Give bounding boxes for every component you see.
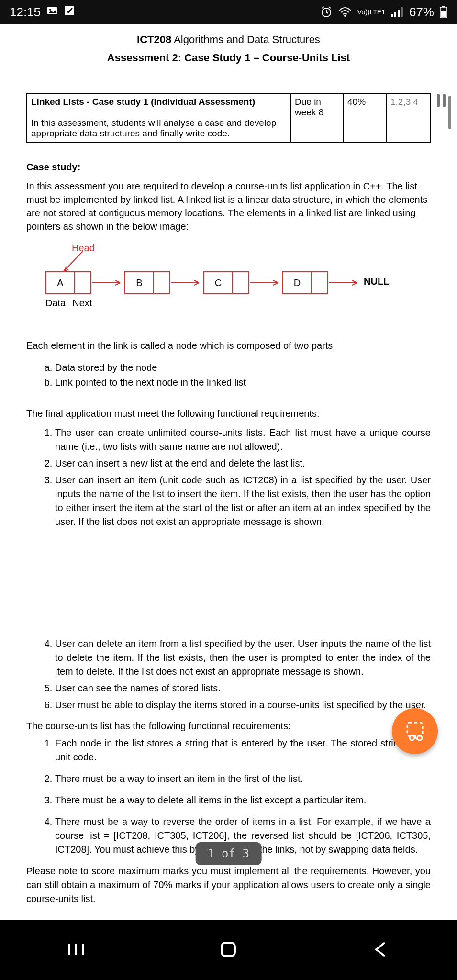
svg-point-1 [49,9,51,11]
checkbox-icon [64,5,75,20]
svg-rect-16 [407,723,423,736]
list-item: User can delete an item from a list spec… [55,637,431,679]
list-item: The user can create unlimited course-uni… [55,426,431,454]
alarm-icon [320,6,333,18]
svg-rect-6 [394,12,396,17]
back-button[interactable] [371,940,390,961]
assessment-title: Assessment 2: Case Study 1 – Course-Unit… [26,52,431,64]
wifi-icon [338,7,352,17]
ll-node: D [282,271,328,294]
document-viewer[interactable]: ICT208 Algorithms and Data Structures As… [0,24,457,906]
sublist-intro: The course-units list has the following … [26,721,431,732]
case-study-text: In this assessment you are required to d… [26,179,431,233]
ll-node: B [124,271,170,294]
home-button[interactable] [219,940,238,961]
svg-point-4 [344,15,346,17]
list-item: User can see the names of stored lists. [55,681,431,695]
list-item: User must be able to display the items s… [55,698,431,712]
requirements-intro: The final application must meet the foll… [26,408,431,419]
node-composition-intro: Each element in the link is called a nod… [26,338,431,353]
assess-cell-weight: 40% [344,94,387,142]
list-item: Link pointed to the next node in the lin… [55,375,431,390]
battery-icon [440,6,447,18]
clock: 12:15 [10,5,41,20]
list-item: There must be a way to insert an item in… [55,772,431,786]
list-item: User can insert a new list at the end an… [55,457,431,470]
sublist-requirements: Each node in the list stores a string th… [26,736,431,857]
course-title: ICT208 Algorithms and Data Structures [26,33,431,46]
case-study-heading: Case study: [26,162,431,173]
list-item: There must be a way to delete all items … [55,793,431,807]
ll-null-label: NULL [364,276,389,287]
network-label: Vo))LTE1 [357,9,385,15]
requirements-list: The user can create unlimited course-uni… [26,426,431,529]
assess-cell-main: Linked Lists - Case study 1 (Individual … [27,94,291,142]
signal-icon [391,7,403,17]
svg-rect-11 [441,11,446,17]
assess-cell-due: Due in week 8 [291,94,344,142]
ll-node: C [203,271,249,294]
svg-rect-7 [398,10,400,17]
crop-icon [402,719,427,744]
list-item: Each node in the list stores a string th… [55,736,431,764]
battery-pct: 67% [409,5,434,20]
page-indicator: 1 of 3 [195,842,262,865]
recents-button[interactable] [67,940,86,961]
svg-rect-23 [222,943,235,956]
assess-cell-clo: 1,2,3,4 [387,94,430,142]
node-composition-list: Data stored by the node Link pointed to … [26,360,431,390]
crop-fab-button[interactable] [392,708,438,754]
tab-indicator [437,94,446,107]
image-icon [46,5,58,20]
scroll-indicator[interactable] [448,96,451,129]
final-note: Please note to score maximum marks you m… [26,864,431,906]
svg-point-17 [410,735,414,740]
list-item: Data stored by the node [55,360,431,375]
status-bar: 12:15 Vo))LTE1 67% [0,0,457,24]
svg-rect-8 [401,7,403,17]
list-item: User can insert an item (unit code such … [55,473,431,529]
ll-part-labels: DataNext [45,298,92,309]
svg-rect-5 [391,14,393,17]
ll-node: A [45,271,91,294]
android-nav-bar [0,920,457,980]
linked-list-figure: Head A B C D NULL DataNext [26,243,431,324]
requirements-list-cont: User can delete an item from a list spec… [26,637,431,712]
assessment-table: Linked Lists - Case study 1 (Individual … [26,93,431,143]
